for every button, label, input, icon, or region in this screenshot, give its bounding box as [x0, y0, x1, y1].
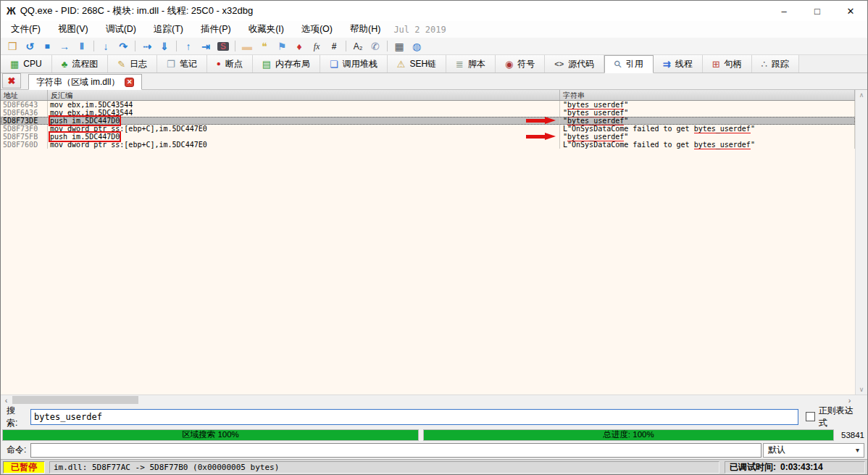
- table-row[interactable]: 5D8F760D mov dword ptr ss:[ebp+C],im.5DC…: [1, 141, 855, 149]
- execute-till-return-icon[interactable]: ↑: [180, 38, 197, 54]
- tab-references[interactable]: ⚲ 引用: [604, 55, 654, 73]
- command-profile-dropdown[interactable]: 默认 ▾: [763, 443, 864, 458]
- step-over-icon[interactable]: ↷: [114, 38, 132, 54]
- tab-call-stack[interactable]: ❏ 调用堆栈: [320, 55, 388, 73]
- table-row[interactable]: 5D8F6643 mov ebx,im.5DC43544 "bytes_user…: [1, 101, 855, 109]
- trace-over-icon[interactable]: ⇓: [156, 38, 173, 54]
- column-header-string[interactable]: 字符串: [560, 90, 855, 100]
- build-date-label: Jul 2 2019: [393, 25, 446, 35]
- az-highlight-icon[interactable]: A₂: [349, 38, 367, 54]
- minimize-button[interactable]: –: [767, 1, 801, 21]
- tab-strings-region-im-dll[interactable]: 字符串（区域 im.dll） ✕: [28, 74, 142, 90]
- open-file-icon[interactable]: ❒: [4, 38, 21, 54]
- column-header-disassembly[interactable]: 反汇编: [48, 90, 560, 100]
- x32dbg-window: Ж QQ.exe - PID: 268C - 模块: im.dll - 线程: …: [0, 0, 868, 475]
- view-tab-bar: ▦ CPU ♣ 流程图 ✎ 日志 ❐ 笔记 ● 断点: [1, 55, 867, 73]
- references-table: 地址 反汇编 字符串 5D8F6643 mov ebx,im.5DC43544 …: [1, 90, 855, 395]
- menu-favourites[interactable]: 收藏夹(I): [241, 21, 291, 38]
- tab-cpu[interactable]: ▦ CPU: [1, 55, 52, 73]
- horizontal-scrollbar[interactable]: ‹ ›: [1, 395, 867, 405]
- debug-time-label: 已调试时间:: [730, 461, 776, 474]
- close-all-references-button[interactable]: ✖: [2, 73, 21, 88]
- calculator-icon[interactable]: ▦: [391, 38, 408, 54]
- disassembly-cell: push im.5DC447D0: [48, 133, 560, 141]
- table-row[interactable]: 5D8F73F0 mov dword ptr ss:[ebp+C],im.5DC…: [1, 125, 855, 133]
- restart-icon[interactable]: ↺: [21, 38, 38, 54]
- close-tab-icon[interactable]: ✕: [125, 78, 134, 87]
- scrollbar-thumb[interactable]: [12, 396, 138, 404]
- tab-memory-map[interactable]: ▤ 内存布局: [253, 55, 320, 73]
- trace-into-icon[interactable]: ⇢: [138, 38, 156, 54]
- regex-checkbox[interactable]: [806, 412, 815, 421]
- separator[interactable]: [173, 38, 180, 54]
- tab-graph[interactable]: ♣ 流程图: [52, 55, 109, 73]
- string-cell: "bytes_userdef": [560, 117, 855, 125]
- menu-options[interactable]: 选项(O): [294, 21, 340, 38]
- stop-icon[interactable]: ■: [38, 38, 56, 54]
- threads-arrows-icon: ⇉: [663, 59, 671, 69]
- separator[interactable]: [343, 38, 349, 54]
- search-input[interactable]: [30, 409, 798, 425]
- close-button[interactable]: ✕: [834, 1, 867, 21]
- string-cell: "bytes_userdef": [560, 133, 855, 141]
- menu-help[interactable]: 帮助(H): [343, 21, 388, 38]
- pause-icon[interactable]: Ⅱ: [73, 38, 91, 54]
- globe-icon[interactable]: ◍: [408, 38, 425, 54]
- scroll-right-icon[interactable]: ›: [844, 396, 855, 405]
- functions-icon[interactable]: fx: [308, 38, 325, 54]
- table-row[interactable]: 5D8F73DE push im.5DC447D0 "bytes_userdef…: [1, 117, 855, 125]
- address-cell: 5D8F75FB: [1, 133, 48, 141]
- tab-breakpoints[interactable]: ● 断点: [207, 55, 253, 73]
- tab-symbols[interactable]: ◉ 符号: [496, 55, 545, 73]
- tab-source[interactable]: <> 源代码: [545, 55, 604, 73]
- maximize-button[interactable]: □: [801, 1, 834, 21]
- vertical-scrollbar[interactable]: ∧ ∨: [855, 90, 867, 395]
- scroll-down-icon[interactable]: ∨: [859, 386, 864, 393]
- comments-icon[interactable]: ❝: [256, 38, 273, 54]
- tab-handles[interactable]: ⊞ 句柄: [703, 55, 752, 73]
- labels-icon[interactable]: ⚑: [273, 38, 291, 54]
- toolbar: ❒↺■→Ⅱ↓↷⇢⇓↑⇥S▬❝⚑♦fx#A₂✆▦◍: [1, 38, 867, 55]
- hash-icon[interactable]: #: [325, 38, 343, 54]
- settings-s-icon[interactable]: S: [214, 38, 232, 54]
- result-count: 53841: [834, 431, 866, 439]
- subtab-label: 字符串（区域 im.dll）: [36, 76, 120, 88]
- column-header-address[interactable]: 地址: [1, 90, 48, 100]
- command-input[interactable]: [30, 443, 761, 458]
- menu-bar: 文件(F)视图(V)调试(D)追踪(T)插件(P)收藏夹(I)选项(O)帮助(H…: [1, 21, 867, 38]
- menu-file[interactable]: 文件(F): [4, 21, 48, 38]
- address-cell: 5D8F760D: [1, 141, 48, 149]
- tab-trace[interactable]: ∴ 跟踪: [752, 55, 799, 73]
- region-search-progressbar: 区域搜索 100%: [2, 429, 419, 441]
- bookmarks-icon[interactable]: ♦: [291, 38, 308, 54]
- separator[interactable]: [384, 38, 391, 54]
- callstack-icon: ❏: [330, 59, 338, 69]
- tab-script[interactable]: ≣ 脚本: [446, 55, 496, 73]
- address-cell: 5D8F73F0: [1, 125, 48, 133]
- separator[interactable]: [132, 38, 138, 54]
- tab-log[interactable]: ✎ 日志: [108, 55, 157, 73]
- menu-plugins[interactable]: 插件(P): [193, 21, 238, 38]
- scroll-up-icon[interactable]: ∧: [859, 91, 864, 99]
- breakpoint-dot-icon: ●: [217, 60, 221, 67]
- separator[interactable]: [232, 38, 238, 54]
- tab-notes[interactable]: ❐ 笔记: [157, 55, 207, 73]
- address-cell: 5D8F6A36: [1, 109, 48, 117]
- step-into-icon[interactable]: ↓: [97, 38, 114, 54]
- symbols-book-icon: ◉: [505, 59, 513, 69]
- menu-debug[interactable]: 调试(D): [99, 21, 143, 38]
- table-row[interactable]: 5D8F75FB push im.5DC447D0 "bytes_userdef…: [1, 133, 855, 141]
- attach-phone-icon[interactable]: ✆: [367, 38, 384, 54]
- separator[interactable]: [91, 38, 97, 54]
- run-to-user-code-icon[interactable]: ⇥: [197, 38, 214, 54]
- scroll-left-icon[interactable]: ‹: [1, 396, 12, 405]
- table-row[interactable]: 5D8F6A36 mov ebx,im.5DC43544 "bytes_user…: [1, 109, 855, 117]
- tab-seh[interactable]: ⚠ SEH链: [388, 55, 446, 73]
- menu-view[interactable]: 视图(V): [51, 21, 96, 38]
- trace-footprints-icon: ∴: [761, 59, 767, 69]
- patches-icon[interactable]: ▬: [238, 38, 256, 54]
- menu-trace[interactable]: 追踪(T): [146, 21, 191, 38]
- app-bug-icon: Ж: [7, 5, 16, 17]
- tab-threads[interactable]: ⇉ 线程: [654, 55, 703, 73]
- run-icon[interactable]: →: [56, 38, 73, 54]
